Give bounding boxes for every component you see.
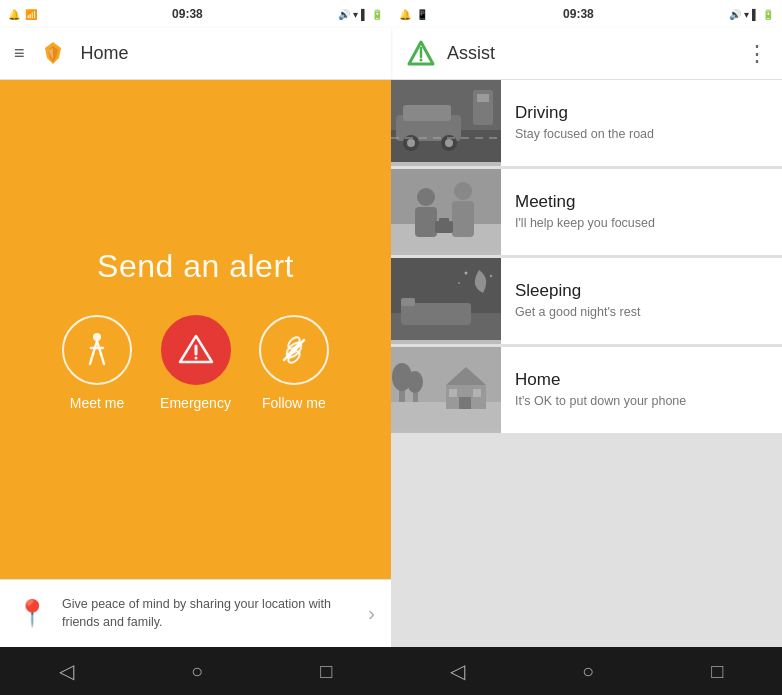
svg-rect-42 <box>401 298 415 306</box>
svg-point-27 <box>445 139 453 147</box>
card-sleeping-image <box>391 258 501 344</box>
card-meeting-title: Meeting <box>515 192 655 212</box>
phone-icon-right: 📱 <box>416 9 428 20</box>
nav-bar-right <box>391 647 782 695</box>
card-sleeping-subtitle: Get a good night's rest <box>515 304 640 322</box>
walking-person-icon <box>81 332 113 368</box>
battery-icon-right: 🔋 <box>762 9 774 20</box>
card-home-title: Home <box>515 370 686 390</box>
nav-bar-left <box>0 647 391 695</box>
volume-icon-right: 🔊 <box>729 9 741 20</box>
pill-icon <box>278 334 310 366</box>
meet-me-button[interactable] <box>62 315 132 385</box>
svg-point-44 <box>458 282 460 284</box>
card-driving-content: Driving Stay focused on the road <box>501 80 668 166</box>
recent-button-left[interactable] <box>320 660 332 683</box>
sleeping-scene-svg <box>391 258 501 340</box>
follow-me-button[interactable] <box>259 315 329 385</box>
notification-icon-right: 🔔 <box>399 9 411 20</box>
status-bar-left: 🔔 📶 09:38 🔊 ▾ ▌ 🔋 <box>0 0 391 28</box>
card-home-image <box>391 347 501 433</box>
emergency-group: Emergency <box>160 315 231 411</box>
meeting-scene-svg <box>391 169 501 251</box>
card-sleeping-title: Sleeping <box>515 281 640 301</box>
app-title-right: Assist <box>447 43 736 64</box>
status-bar-right: 🔔 📱 09:38 🔊 ▾ ▌ 🔋 <box>391 0 782 28</box>
banner-text: Give peace of mind by sharing your locat… <box>62 596 354 631</box>
meet-me-label: Meet me <box>70 395 124 411</box>
svg-rect-55 <box>449 389 457 397</box>
signal-icon-right: ▌ <box>752 9 759 20</box>
send-alert-headline: Send an alert <box>97 248 294 285</box>
battery-icon: 🔋 <box>371 9 383 20</box>
banner-chevron-icon: › <box>368 602 375 625</box>
volume-icon: 🔊 <box>338 9 350 20</box>
alert-buttons-row: Meet me Emergency <box>62 315 329 411</box>
wifi-icon: ▾ <box>353 9 358 20</box>
status-left-icons-right: 🔔 📱 <box>399 9 428 20</box>
card-driving[interactable]: Driving Stay focused on the road <box>391 80 782 166</box>
time-right: 09:38 <box>563 7 594 21</box>
svg-rect-56 <box>473 389 481 397</box>
wifi-icon-right: ▾ <box>744 9 749 20</box>
notification-dot: 🔔 <box>8 9 20 20</box>
card-driving-subtitle: Stay focused on the road <box>515 126 654 144</box>
svg-point-45 <box>490 275 492 277</box>
follow-me-group: Follow me <box>259 315 329 411</box>
phone-left: 🔔 📶 09:38 🔊 ▾ ▌ 🔋 ≡ Home Send an alert <box>0 0 391 695</box>
svg-rect-38 <box>439 218 449 222</box>
card-meeting-content: Meeting I'll help keep you focused <box>501 169 669 255</box>
svg-point-11 <box>194 357 197 360</box>
svg-rect-37 <box>435 221 453 233</box>
signal-bars: ▌ <box>361 9 368 20</box>
svg-point-19 <box>420 58 423 61</box>
signal-icon: 📶 <box>25 9 37 20</box>
emergency-label: Emergency <box>160 395 231 411</box>
meet-me-group: Meet me <box>62 315 132 411</box>
card-home-subtitle: It's OK to put down your phone <box>515 393 686 411</box>
card-meeting[interactable]: Meeting I'll help keep you focused <box>391 169 782 255</box>
back-button-left[interactable] <box>59 659 74 683</box>
app-bar-left: ≡ Home <box>0 28 391 80</box>
cards-list: Driving Stay focused on the road <box>391 80 782 647</box>
card-meeting-subtitle: I'll help keep you focused <box>515 215 655 233</box>
svg-point-35 <box>454 182 472 200</box>
driving-scene-svg <box>391 80 501 162</box>
time-left: 09:38 <box>172 7 203 21</box>
card-meeting-image <box>391 169 501 255</box>
more-options-icon[interactable]: ⋮ <box>746 41 768 67</box>
back-button-right[interactable] <box>450 659 465 683</box>
svg-line-7 <box>101 354 104 364</box>
svg-rect-29 <box>477 94 489 102</box>
emergency-button[interactable] <box>161 315 231 385</box>
status-right-icons-left: 🔊 ▾ ▌ 🔋 <box>338 9 383 20</box>
card-driving-image <box>391 80 501 166</box>
app-logo-left <box>39 40 67 68</box>
svg-point-43 <box>465 272 468 275</box>
card-home[interactable]: Home It's OK to put down your phone <box>391 347 782 433</box>
card-home-content: Home It's OK to put down your phone <box>501 347 700 433</box>
recent-button-right[interactable] <box>711 660 723 683</box>
home-button-right[interactable] <box>582 660 594 683</box>
svg-rect-34 <box>415 207 437 237</box>
location-pin-icon: 📍 <box>16 598 48 629</box>
main-content-left: Send an alert Meet me <box>0 80 391 579</box>
svg-line-6 <box>90 354 93 364</box>
status-right-icons-right: 🔊 ▾ ▌ 🔋 <box>729 9 774 20</box>
home-scene-svg <box>391 347 501 429</box>
card-sleeping[interactable]: Sleeping Get a good night's rest <box>391 258 782 344</box>
svg-point-51 <box>407 371 423 393</box>
card-sleeping-content: Sleeping Get a good night's rest <box>501 258 654 344</box>
svg-point-25 <box>407 139 415 147</box>
status-left-icons: 🔔 📶 <box>8 9 37 20</box>
follow-me-label: Follow me <box>262 395 326 411</box>
phone-right: 🔔 📱 09:38 🔊 ▾ ▌ 🔋 Assist ⋮ <box>391 0 782 695</box>
svg-point-33 <box>417 188 435 206</box>
home-button-left[interactable] <box>191 660 203 683</box>
svg-rect-54 <box>459 397 471 409</box>
hamburger-menu-icon[interactable]: ≡ <box>14 43 25 64</box>
app-title-left: Home <box>81 43 129 64</box>
assist-logo <box>405 38 437 70</box>
bottom-banner[interactable]: 📍 Give peace of mind by sharing your loc… <box>0 579 391 647</box>
card-driving-title: Driving <box>515 103 654 123</box>
